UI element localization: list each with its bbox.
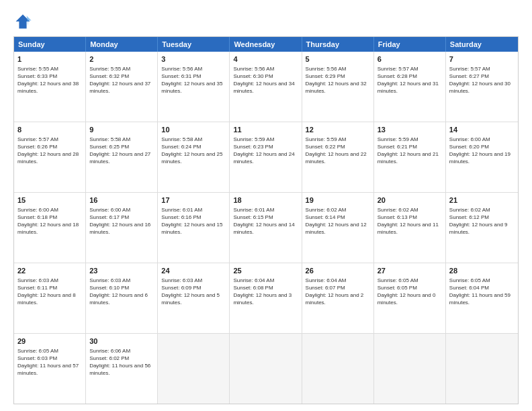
cell-info: Sunrise: 5:55 AMSunset: 6:32 PMDaylight:…	[89, 65, 154, 95]
page: SundayMondayTuesdayWednesdayThursdayFrid…	[0, 0, 532, 411]
calendar-body: 1Sunrise: 5:55 AMSunset: 6:33 PMDaylight…	[14, 52, 518, 404]
day-number: 1	[17, 54, 82, 64]
calendar-row-1: 1Sunrise: 5:55 AMSunset: 6:33 PMDaylight…	[14, 52, 518, 122]
calendar-cell: 24Sunrise: 6:03 AMSunset: 6:09 PMDayligh…	[158, 263, 230, 333]
cell-info: Sunrise: 6:02 AMSunset: 6:14 PMDaylight:…	[306, 206, 370, 236]
day-number: 6	[378, 54, 442, 64]
cell-info: Sunrise: 6:00 AMSunset: 6:17 PMDaylight:…	[89, 206, 154, 236]
day-number: 9	[89, 125, 154, 135]
cell-info: Sunrise: 6:03 AMSunset: 6:10 PMDaylight:…	[89, 277, 154, 307]
cell-info: Sunrise: 5:58 AMSunset: 6:24 PMDaylight:…	[161, 136, 226, 166]
calendar-row-3: 15Sunrise: 6:00 AMSunset: 6:18 PMDayligh…	[14, 193, 518, 263]
day-header-sunday: Sunday	[14, 37, 86, 52]
cell-info: Sunrise: 5:57 AMSunset: 6:26 PMDaylight:…	[17, 136, 82, 166]
day-number: 2	[89, 54, 154, 64]
calendar-cell: 1Sunrise: 5:55 AMSunset: 6:33 PMDaylight…	[14, 52, 86, 122]
calendar-row-2: 8Sunrise: 5:57 AMSunset: 6:26 PMDaylight…	[14, 122, 518, 193]
calendar-cell: 5Sunrise: 5:56 AMSunset: 6:29 PMDaylight…	[302, 52, 374, 122]
day-number: 15	[17, 195, 82, 205]
calendar-cell: 11Sunrise: 5:59 AMSunset: 6:23 PMDayligh…	[230, 122, 302, 192]
day-number: 29	[17, 336, 82, 347]
day-number: 5	[306, 54, 370, 64]
day-header-wednesday: Wednesday	[230, 37, 302, 52]
day-number: 24	[161, 266, 226, 276]
calendar-cell: 29Sunrise: 6:05 AMSunset: 6:03 PMDayligh…	[14, 334, 86, 404]
day-number: 19	[306, 195, 370, 205]
cell-info: Sunrise: 6:06 AMSunset: 6:02 PMDaylight:…	[89, 347, 154, 377]
day-number: 10	[161, 125, 226, 135]
day-header-thursday: Thursday	[302, 37, 374, 52]
cell-info: Sunrise: 6:03 AMSunset: 6:09 PMDaylight:…	[161, 277, 226, 307]
calendar-cell: 6Sunrise: 5:57 AMSunset: 6:28 PMDaylight…	[374, 52, 446, 122]
logo	[13, 12, 35, 31]
calendar-row-4: 22Sunrise: 6:03 AMSunset: 6:11 PMDayligh…	[14, 263, 518, 334]
header	[13, 12, 519, 31]
calendar-cell: 22Sunrise: 6:03 AMSunset: 6:11 PMDayligh…	[14, 263, 86, 333]
day-header-monday: Monday	[86, 37, 158, 52]
cell-info: Sunrise: 6:00 AMSunset: 6:20 PMDaylight:…	[449, 136, 515, 166]
cell-info: Sunrise: 5:59 AMSunset: 6:22 PMDaylight:…	[306, 136, 370, 166]
calendar-cell	[374, 334, 446, 404]
calendar: SundayMondayTuesdayWednesdayThursdayFrid…	[13, 36, 519, 404]
cell-info: Sunrise: 5:56 AMSunset: 6:30 PMDaylight:…	[233, 65, 298, 95]
day-number: 4	[233, 54, 298, 64]
day-number: 30	[89, 336, 154, 347]
day-number: 18	[233, 195, 298, 205]
calendar-cell: 17Sunrise: 6:01 AMSunset: 6:16 PMDayligh…	[158, 193, 230, 263]
calendar-cell	[158, 334, 230, 404]
calendar-cell	[446, 334, 518, 404]
day-number: 21	[449, 195, 515, 205]
calendar-cell: 19Sunrise: 6:02 AMSunset: 6:14 PMDayligh…	[302, 193, 374, 263]
cell-info: Sunrise: 6:04 AMSunset: 6:07 PMDaylight:…	[306, 277, 370, 307]
logo-icon	[13, 12, 32, 31]
calendar-cell	[302, 334, 374, 404]
cell-info: Sunrise: 5:57 AMSunset: 6:27 PMDaylight:…	[449, 65, 515, 95]
day-number: 20	[378, 195, 442, 205]
cell-info: Sunrise: 5:57 AMSunset: 6:28 PMDaylight:…	[378, 65, 442, 95]
calendar-cell	[230, 334, 302, 404]
day-number: 11	[233, 125, 298, 135]
cell-info: Sunrise: 5:56 AMSunset: 6:29 PMDaylight:…	[306, 65, 370, 95]
day-number: 8	[17, 125, 82, 135]
day-number: 22	[17, 266, 82, 276]
day-number: 25	[233, 266, 298, 276]
cell-info: Sunrise: 6:05 AMSunset: 6:05 PMDaylight:…	[378, 277, 442, 307]
calendar-cell: 15Sunrise: 6:00 AMSunset: 6:18 PMDayligh…	[14, 193, 86, 263]
calendar-cell: 13Sunrise: 5:59 AMSunset: 6:21 PMDayligh…	[374, 122, 446, 192]
day-number: 23	[89, 266, 154, 276]
calendar-cell: 2Sunrise: 5:55 AMSunset: 6:32 PMDaylight…	[86, 52, 158, 122]
calendar-cell: 16Sunrise: 6:00 AMSunset: 6:17 PMDayligh…	[86, 193, 158, 263]
calendar-cell: 8Sunrise: 5:57 AMSunset: 6:26 PMDaylight…	[14, 122, 86, 192]
cell-info: Sunrise: 6:04 AMSunset: 6:08 PMDaylight:…	[233, 277, 298, 307]
cell-info: Sunrise: 5:59 AMSunset: 6:23 PMDaylight:…	[233, 136, 298, 166]
cell-info: Sunrise: 5:56 AMSunset: 6:31 PMDaylight:…	[161, 65, 226, 95]
day-header-friday: Friday	[374, 37, 446, 52]
day-number: 13	[378, 125, 442, 135]
calendar-cell: 18Sunrise: 6:01 AMSunset: 6:15 PMDayligh…	[230, 193, 302, 263]
calendar-cell: 21Sunrise: 6:02 AMSunset: 6:12 PMDayligh…	[446, 193, 518, 263]
calendar-cell: 9Sunrise: 5:58 AMSunset: 6:25 PMDaylight…	[86, 122, 158, 192]
calendar-cell: 23Sunrise: 6:03 AMSunset: 6:10 PMDayligh…	[86, 263, 158, 333]
calendar-cell: 7Sunrise: 5:57 AMSunset: 6:27 PMDaylight…	[446, 52, 518, 122]
cell-info: Sunrise: 5:59 AMSunset: 6:21 PMDaylight:…	[378, 136, 442, 166]
day-number: 3	[161, 54, 226, 64]
day-number: 16	[89, 195, 154, 205]
cell-info: Sunrise: 6:00 AMSunset: 6:18 PMDaylight:…	[17, 206, 82, 236]
cell-info: Sunrise: 6:05 AMSunset: 6:03 PMDaylight:…	[17, 347, 82, 377]
calendar-row-5: 29Sunrise: 6:05 AMSunset: 6:03 PMDayligh…	[14, 334, 518, 404]
calendar-cell: 26Sunrise: 6:04 AMSunset: 6:07 PMDayligh…	[302, 263, 374, 333]
day-number: 14	[449, 125, 515, 135]
calendar-cell: 3Sunrise: 5:56 AMSunset: 6:31 PMDaylight…	[158, 52, 230, 122]
calendar-header: SundayMondayTuesdayWednesdayThursdayFrid…	[14, 37, 518, 52]
calendar-cell: 28Sunrise: 6:05 AMSunset: 6:04 PMDayligh…	[446, 263, 518, 333]
calendar-cell: 25Sunrise: 6:04 AMSunset: 6:08 PMDayligh…	[230, 263, 302, 333]
day-number: 26	[306, 266, 370, 276]
day-header-saturday: Saturday	[446, 37, 518, 52]
cell-info: Sunrise: 6:02 AMSunset: 6:12 PMDaylight:…	[449, 206, 515, 236]
day-number: 28	[449, 266, 515, 276]
cell-info: Sunrise: 5:58 AMSunset: 6:25 PMDaylight:…	[89, 136, 154, 166]
cell-info: Sunrise: 5:55 AMSunset: 6:33 PMDaylight:…	[17, 65, 82, 95]
calendar-cell: 12Sunrise: 5:59 AMSunset: 6:22 PMDayligh…	[302, 122, 374, 192]
cell-info: Sunrise: 6:03 AMSunset: 6:11 PMDaylight:…	[17, 277, 82, 307]
cell-info: Sunrise: 6:01 AMSunset: 6:16 PMDaylight:…	[161, 206, 226, 236]
